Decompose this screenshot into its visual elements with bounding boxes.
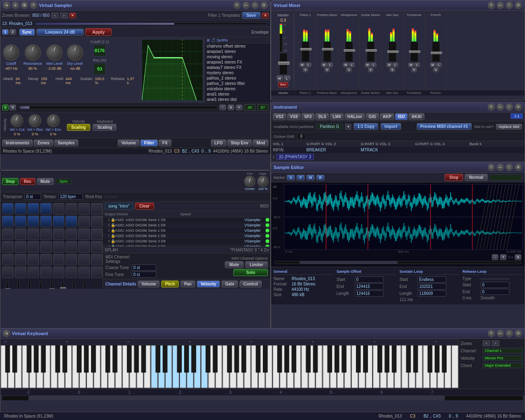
ch-s-btn-2[interactable]: S <box>346 68 352 72</box>
ch-m-btn-5[interactable]: M <box>408 63 414 67</box>
clear-btn[interactable]: Clear <box>135 203 154 210</box>
vs-help-btn[interactable]: ? <box>233 2 241 9</box>
pad[interactable] <box>15 228 26 240</box>
pad[interactable] <box>15 254 26 265</box>
apply-btn[interactable]: Apply <box>85 28 112 36</box>
solo-btn[interactable]: Solo <box>233 269 268 276</box>
vel-env-knob[interactable] <box>47 114 60 127</box>
fader-strip[interactable]: 69 R <box>68 281 79 289</box>
l-btn[interactable]: L <box>284 75 290 81</box>
partition-dropdown-btn[interactable]: ▼ <box>345 124 351 130</box>
synth-item[interactable]: anasyn pad <box>205 102 270 103</box>
tab-filter-btn[interactable]: Filter <box>140 139 158 146</box>
so-end-input[interactable]: 124415 <box>355 283 383 290</box>
inst-help-btn[interactable]: ? <box>488 103 495 111</box>
synth-item[interactable]: pathos_2 stereo <box>205 75 270 81</box>
pad[interactable] <box>2 228 14 240</box>
pad[interactable] <box>15 216 26 227</box>
cd-pan-btn[interactable]: Pan <box>180 281 195 288</box>
vk-close-btn[interactable]: ✕ <box>515 330 522 337</box>
vel-cut-knob[interactable] <box>10 114 23 127</box>
pad[interactable] <box>2 267 14 278</box>
se-help-btn[interactable]: ? <box>488 164 495 171</box>
fader-strip[interactable]: 72 R <box>57 281 68 289</box>
tab-stepenv-btn[interactable]: Step Env <box>227 139 252 146</box>
rl-end-input[interactable]: 0 <box>481 289 509 295</box>
filter-close-btn[interactable]: ✕ <box>262 13 269 18</box>
fader-strip[interactable]: 41 L <box>35 281 46 289</box>
inst-tab-sf2[interactable]: SF2 <box>301 113 315 120</box>
pad[interactable] <box>66 267 77 278</box>
inst-tab-halion[interactable]: HALion <box>345 113 365 120</box>
sl-start-input[interactable]: Endless <box>418 276 446 283</box>
ch-l-btn-5[interactable]: L <box>414 63 420 67</box>
inst-tab-dl5[interactable]: DL5 <box>315 113 329 120</box>
pad[interactable] <box>91 241 103 253</box>
ch-s-btn-1[interactable]: S <box>324 68 330 72</box>
pad[interactable] <box>78 216 90 227</box>
vk-prev-btn[interactable]: ◄ <box>3 330 10 337</box>
inst-tab-akp[interactable]: AKP <box>380 113 394 120</box>
pan-knob[interactable] <box>244 176 256 187</box>
rl-type-input[interactable] <box>481 278 509 280</box>
synth-item[interactable]: anal1 stereo dist <box>205 97 270 102</box>
slider-minus-btn[interactable]: - <box>219 105 226 110</box>
piano-canvas[interactable] <box>0 345 459 389</box>
vel-scaling-btn[interactable]: Scaling <box>67 124 91 131</box>
rec-btn[interactable]: Rec <box>278 82 288 87</box>
fine-tune-input[interactable]: 0 ct <box>132 272 156 278</box>
cd-gate-btn[interactable]: Gate <box>221 281 238 288</box>
slider-plus-btn[interactable]: + <box>236 105 242 110</box>
preview-midi-btn[interactable]: Preview MIDI channel #1 <box>417 123 472 130</box>
ch-s-btn-3[interactable]: S <box>368 68 373 72</box>
vs-info-btn[interactable]: ? <box>30 2 37 9</box>
inst-max-btn[interactable]: □ <box>506 103 513 111</box>
rl-start-input[interactable]: 0 <box>481 282 509 288</box>
cd-volume-btn[interactable]: Volume <box>138 281 160 288</box>
ch-l-btn-6[interactable]: L <box>436 63 442 67</box>
ch-l-btn-0[interactable]: L <box>306 63 311 67</box>
tab-zones-btn[interactable]: Zones <box>34 139 53 146</box>
fader-strip[interactable]: 70 L <box>13 281 23 289</box>
pad[interactable] <box>66 216 77 227</box>
pad[interactable] <box>40 228 52 240</box>
pad[interactable] <box>40 203 52 215</box>
pad[interactable] <box>53 228 64 240</box>
pad[interactable] <box>78 203 90 215</box>
octave-value[interactable]: 0 <box>297 133 306 139</box>
ch-l-btn-4[interactable]: L <box>393 63 398 67</box>
save-btn[interactable]: Save <box>242 12 260 19</box>
pad[interactable] <box>53 267 64 278</box>
phantasy-label[interactable]: [G [PHANTASY 3 <box>276 154 314 160</box>
so-start-input[interactable]: 0 <box>355 276 383 283</box>
zoom-in-btn[interactable]: + <box>500 254 507 260</box>
v-btn[interactable]: V <box>9 105 16 110</box>
se-close-btn[interactable]: ✕ <box>515 164 522 171</box>
filter2-btn[interactable]: 2 <box>9 29 16 35</box>
pad[interactable] <box>53 216 64 227</box>
scroll-btn[interactable]: S <box>515 254 521 260</box>
synth-item[interactable]: watway7 stereo FX <box>205 65 270 70</box>
filter-type-btn[interactable]: Lowpass 24 dB <box>37 29 84 36</box>
fader-strip[interactable]: 69 R <box>24 281 34 289</box>
gate-knob[interactable] <box>257 176 269 187</box>
pad[interactable] <box>27 241 39 253</box>
ch-m-btn-2[interactable]: M <box>343 63 349 67</box>
import-btn[interactable]: Import <box>381 123 401 130</box>
pad[interactable] <box>27 254 39 265</box>
pad[interactable] <box>40 254 52 265</box>
limiter-btn[interactable]: Limiter <box>245 261 268 268</box>
synth-item[interactable]: anal1 stereo <box>205 91 270 97</box>
se-min-btn[interactable]: — <box>497 164 504 171</box>
mute-btn[interactable]: Mute <box>37 178 54 185</box>
channel-row[interactable]: 7 🔒 ASIO: ASIO DIGI96 Serie 1 D9 VSample… <box>103 233 270 239</box>
pad[interactable] <box>66 228 77 240</box>
channel-row[interactable]: 4 🔒 ASIO: ASIO DIGI96 Serie 1 D9 VSample… <box>103 217 270 223</box>
pad[interactable] <box>40 241 52 253</box>
pad[interactable] <box>27 203 39 215</box>
resonance-knob[interactable] <box>25 44 41 61</box>
sync-btn[interactable]: Sync <box>19 29 35 36</box>
pad[interactable] <box>53 241 64 253</box>
synth-item[interactable]: chairvox offset stereo <box>205 43 270 49</box>
filter1-btn[interactable]: 1 <box>2 29 9 35</box>
